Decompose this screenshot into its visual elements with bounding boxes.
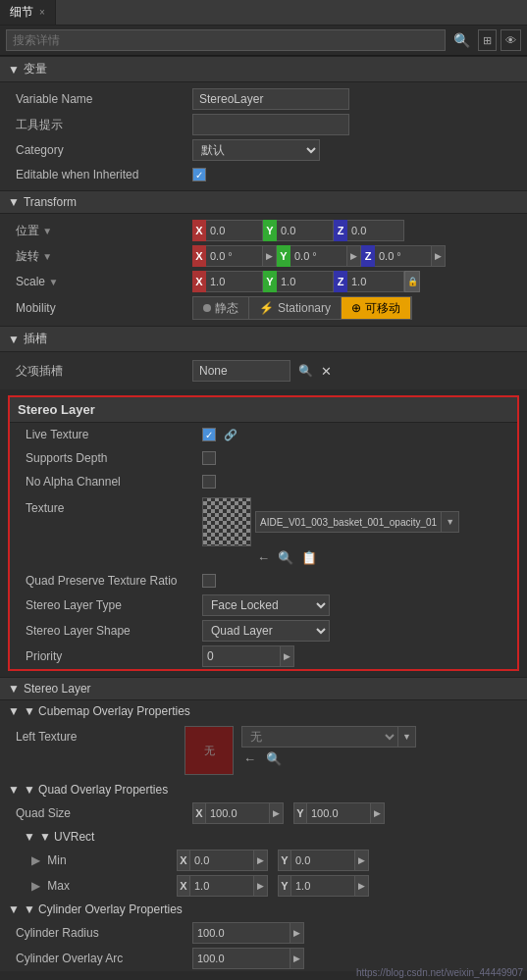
priority-arrow[interactable]: ▶ xyxy=(281,645,294,667)
min-x-arrow[interactable]: ▶ xyxy=(254,850,268,871)
stereo-type-select[interactable]: Face Locked World Locked Tracker Locked xyxy=(202,594,330,616)
max-arrow-icon[interactable]: ▶ xyxy=(31,879,40,893)
max-x-input[interactable] xyxy=(190,875,254,897)
cubemap-header[interactable]: ▼ ▼ Cubemap Overlay Properties xyxy=(0,700,527,722)
live-texture-checkbox[interactable] xyxy=(202,428,216,441)
none-dropdown-wrap: 无 ▼ xyxy=(241,726,416,748)
slots-content: 父项插槽 🔍 ✕ xyxy=(0,352,527,389)
tooltip-label: 工具提示 xyxy=(16,117,192,133)
ry-label: Y xyxy=(277,245,290,267)
variables-section-header[interactable]: ▼ 变量 xyxy=(0,56,527,82)
rotation-z-arrow[interactable]: ▶ xyxy=(432,245,446,267)
quad-size-y-input[interactable] xyxy=(307,802,371,824)
tooltip-input[interactable] xyxy=(192,114,349,135)
scale-dropdown-icon[interactable]: ▼ xyxy=(48,277,58,287)
quad-size-x-label: X xyxy=(192,802,206,824)
slots-section-header[interactable]: ▼ 插槽 xyxy=(0,326,527,352)
stereo-layer-lower-header[interactable]: ▼ Stereo Layer xyxy=(0,677,527,700)
left-texture-controls: 无 ▼ ← 🔍 xyxy=(241,726,416,766)
mobility-movable-btn[interactable]: ⊕ 可移动 xyxy=(342,297,411,319)
scale-x-input[interactable] xyxy=(206,271,263,292)
details-tab[interactable]: 细节 × xyxy=(0,0,56,25)
min-x-input[interactable] xyxy=(190,850,254,871)
position-dropdown-icon[interactable]: ▼ xyxy=(42,226,52,236)
scale-lock-icon[interactable]: 🔒 xyxy=(404,271,420,292)
search-input[interactable] xyxy=(6,29,446,51)
cylinder-radius-arrow[interactable]: ▶ xyxy=(290,922,304,944)
stereo-shape-label: Stereo Layer Shape xyxy=(26,624,202,638)
rotation-x-input[interactable] xyxy=(206,245,263,267)
min-y-input[interactable] xyxy=(291,850,355,871)
cylinder-radius-row: Cylinder Radius ▶ xyxy=(0,920,527,946)
category-select[interactable]: 默认 xyxy=(192,139,320,161)
mobility-stationary-btn[interactable]: ⚡ Stationary xyxy=(249,297,342,319)
rotation-z-input[interactable] xyxy=(375,245,432,267)
parent-slot-search-btn[interactable]: 🔍 xyxy=(294,364,317,378)
live-texture-link-icon[interactable]: 🔗 xyxy=(224,429,237,441)
quad-size-y-arrow[interactable]: ▶ xyxy=(371,802,385,824)
tab-close-icon[interactable]: × xyxy=(39,7,45,18)
texture-search-btn[interactable]: 🔍 xyxy=(276,550,295,565)
cylinder-arc-input[interactable] xyxy=(192,948,290,969)
left-texture-select[interactable]: 无 xyxy=(241,726,398,748)
scale-xyz-group: X Y Z 🔒 xyxy=(192,271,420,292)
transform-section-header[interactable]: ▼ Transform xyxy=(0,190,527,214)
none-dropdown-arrow[interactable]: ▼ xyxy=(398,726,416,748)
min-arrow-icon[interactable]: ▶ xyxy=(31,853,40,867)
quad-props-header[interactable]: ▼ ▼ Quad Overlay Properties xyxy=(0,779,527,800)
no-alpha-checkbox[interactable] xyxy=(202,475,216,489)
stereo-shape-value: Quad Layer Cylinder Layer Cubemap Layer … xyxy=(202,620,509,642)
position-x-item: X xyxy=(192,220,263,241)
texture-copy-btn[interactable]: 📋 xyxy=(299,550,319,565)
supports-depth-checkbox[interactable] xyxy=(202,451,216,465)
stereo-lower-label: Stereo Layer xyxy=(24,682,91,696)
rotation-y-input[interactable] xyxy=(290,245,347,267)
left-texture-search-btn[interactable]: 🔍 xyxy=(264,751,284,766)
stereo-shape-select[interactable]: Quad Layer Cylinder Layer Cubemap Layer … xyxy=(202,620,330,642)
rotation-dropdown-icon[interactable]: ▼ xyxy=(42,251,52,262)
position-z-input[interactable] xyxy=(347,220,404,241)
eye-button[interactable]: 👁 xyxy=(501,29,521,51)
variable-name-input[interactable] xyxy=(192,88,349,110)
rotation-xyz-group: X ▶ Y ▶ Z ▶ xyxy=(192,245,446,267)
quad-size-xy: X ▶ Y ▶ xyxy=(192,802,385,824)
editable-checkbox[interactable] xyxy=(192,168,206,181)
parent-slot-input[interactable] xyxy=(192,360,290,382)
cylinder-radius-input[interactable] xyxy=(192,922,290,944)
quad-size-y-label: Y xyxy=(293,802,307,824)
quad-preserve-checkbox[interactable] xyxy=(202,574,216,588)
position-x-input[interactable] xyxy=(206,220,263,241)
left-texture-back-btn[interactable]: ← xyxy=(241,751,258,766)
mobility-static-btn[interactable]: 静态 xyxy=(193,297,249,319)
min-y-arrow[interactable]: ▶ xyxy=(355,850,369,871)
position-y-item: Y xyxy=(263,220,334,241)
max-y-input[interactable] xyxy=(291,875,355,897)
stationary-label: Stationary xyxy=(278,301,331,315)
priority-input[interactable] xyxy=(202,645,281,667)
max-y-arrow[interactable]: ▶ xyxy=(355,875,369,897)
stereo-type-value: Face Locked World Locked Tracker Locked xyxy=(202,594,509,616)
texture-actions: ← 🔍 📋 xyxy=(255,550,459,565)
uvrect-header[interactable]: ▼ ▼ UVRect xyxy=(0,826,527,848)
rotation-row: 旋转 ▼ X ▶ Y ▶ Z ▶ xyxy=(0,243,527,269)
texture-back-btn[interactable]: ← xyxy=(255,550,272,565)
quad-size-x-arrow[interactable]: ▶ xyxy=(270,802,284,824)
max-x-arrow[interactable]: ▶ xyxy=(254,875,268,897)
stereo-type-label: Stereo Layer Type xyxy=(26,598,202,612)
rotation-x-arrow[interactable]: ▶ xyxy=(263,245,277,267)
quad-size-x-input[interactable] xyxy=(206,802,270,824)
texture-value: AIDE_V01_003_basket_001_opacity_01 ▼ ← 🔍… xyxy=(202,497,459,565)
parent-slot-clear-btn[interactable]: ✕ xyxy=(321,364,332,379)
no-alpha-value xyxy=(202,475,509,489)
max-y-label: Y xyxy=(278,875,291,897)
cylinder-header[interactable]: ▼ ▼ Cylinder Overlay Properties xyxy=(0,899,527,920)
search-button[interactable]: 🔍 xyxy=(449,32,474,48)
rotation-y-arrow[interactable]: ▶ xyxy=(347,245,361,267)
position-y-input[interactable] xyxy=(277,220,334,241)
cylinder-arc-arrow[interactable]: ▶ xyxy=(290,948,304,969)
scale-z-input[interactable] xyxy=(347,271,404,292)
grid-view-button[interactable]: ⊞ xyxy=(478,29,497,51)
scale-y-item: Y xyxy=(263,271,334,292)
texture-dropdown-btn[interactable]: ▼ xyxy=(442,511,459,533)
scale-y-input[interactable] xyxy=(277,271,334,292)
